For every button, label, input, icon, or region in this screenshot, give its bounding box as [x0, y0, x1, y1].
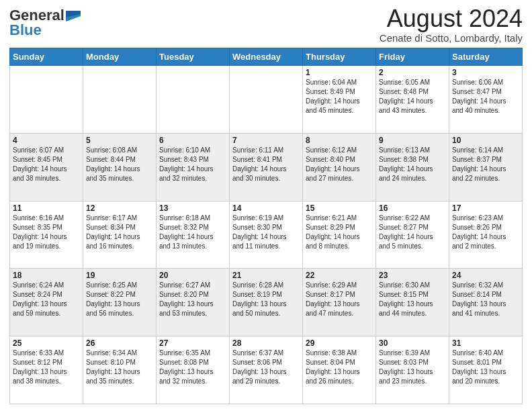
calendar-cell: 28Sunrise: 6:37 AM Sunset: 8:06 PM Dayli… [230, 336, 303, 404]
day-info: Sunrise: 6:37 AM Sunset: 8:06 PM Dayligh… [232, 349, 300, 386]
day-info: Sunrise: 6:29 AM Sunset: 8:17 PM Dayligh… [306, 281, 373, 318]
calendar-cell [10, 66, 83, 134]
day-number: 11 [13, 203, 80, 213]
day-number: 6 [159, 136, 226, 145]
day-info: Sunrise: 6:40 AM Sunset: 8:01 PM Dayligh… [452, 349, 519, 386]
calendar-cell: 14Sunrise: 6:19 AM Sunset: 8:30 PM Dayli… [230, 201, 303, 269]
day-info: Sunrise: 6:24 AM Sunset: 8:24 PM Dayligh… [13, 281, 80, 318]
logo-flag-icon [66, 11, 81, 21]
day-number: 7 [232, 136, 300, 145]
day-number: 8 [306, 136, 373, 145]
calendar-cell: 30Sunrise: 6:39 AM Sunset: 8:03 PM Dayli… [376, 336, 449, 404]
calendar-cell: 11Sunrise: 6:16 AM Sunset: 8:35 PM Dayli… [10, 201, 83, 269]
day-number: 22 [306, 271, 373, 280]
day-info: Sunrise: 6:21 AM Sunset: 8:29 PM Dayligh… [306, 214, 373, 251]
calendar-cell [230, 66, 303, 134]
day-info: Sunrise: 6:27 AM Sunset: 8:20 PM Dayligh… [159, 281, 226, 318]
day-number: 5 [86, 136, 153, 145]
calendar-cell: 5Sunrise: 6:08 AM Sunset: 8:44 PM Daylig… [83, 133, 157, 201]
day-info: Sunrise: 6:04 AM Sunset: 8:49 PM Dayligh… [306, 78, 373, 116]
calendar-cell: 20Sunrise: 6:27 AM Sunset: 8:20 PM Dayli… [157, 269, 230, 336]
day-number: 13 [159, 203, 226, 213]
calendar-cell: 4Sunrise: 6:07 AM Sunset: 8:45 PM Daylig… [10, 133, 83, 201]
location: Cenate di Sotto, Lombardy, Italy [380, 32, 523, 44]
calendar-cell: 2Sunrise: 6:05 AM Sunset: 8:48 PM Daylig… [376, 66, 449, 134]
col-tuesday: Tuesday [157, 48, 230, 66]
calendar-cell: 29Sunrise: 6:38 AM Sunset: 8:04 PM Dayli… [303, 336, 376, 404]
day-number: 16 [379, 203, 446, 213]
calendar-cell: 31Sunrise: 6:40 AM Sunset: 8:01 PM Dayli… [449, 336, 523, 404]
calendar-cell: 13Sunrise: 6:18 AM Sunset: 8:32 PM Dayli… [157, 201, 230, 269]
day-number: 9 [379, 136, 446, 145]
calendar-cell: 18Sunrise: 6:24 AM Sunset: 8:24 PM Dayli… [10, 269, 83, 336]
calendar-cell: 22Sunrise: 6:29 AM Sunset: 8:17 PM Dayli… [303, 269, 376, 336]
calendar-cell: 25Sunrise: 6:33 AM Sunset: 8:12 PM Dayli… [10, 336, 83, 404]
day-number: 20 [159, 271, 226, 280]
calendar-week-5: 25Sunrise: 6:33 AM Sunset: 8:12 PM Dayli… [10, 336, 523, 404]
calendar-week-4: 18Sunrise: 6:24 AM Sunset: 8:24 PM Dayli… [10, 269, 523, 336]
day-number: 12 [86, 203, 153, 213]
day-number: 26 [86, 338, 153, 348]
title-area: August 2024 Cenate di Sotto, Lombardy, I… [380, 7, 523, 44]
day-info: Sunrise: 6:17 AM Sunset: 8:34 PM Dayligh… [86, 214, 153, 251]
day-number: 4 [13, 136, 80, 145]
calendar-cell: 10Sunrise: 6:14 AM Sunset: 8:37 PM Dayli… [449, 133, 523, 201]
day-info: Sunrise: 6:32 AM Sunset: 8:14 PM Dayligh… [452, 281, 519, 318]
day-number: 15 [306, 203, 373, 213]
calendar-cell: 12Sunrise: 6:17 AM Sunset: 8:34 PM Dayli… [83, 201, 157, 269]
month-title: August 2024 [380, 7, 523, 31]
calendar-cell: 9Sunrise: 6:13 AM Sunset: 8:38 PM Daylig… [376, 133, 449, 201]
day-info: Sunrise: 6:25 AM Sunset: 8:22 PM Dayligh… [86, 281, 153, 318]
calendar-table: Sunday Monday Tuesday Wednesday Thursday… [9, 48, 523, 404]
calendar-cell: 27Sunrise: 6:35 AM Sunset: 8:08 PM Dayli… [157, 336, 230, 404]
col-wednesday: Wednesday [230, 48, 303, 66]
calendar-cell: 1Sunrise: 6:04 AM Sunset: 8:49 PM Daylig… [303, 66, 376, 134]
day-info: Sunrise: 6:05 AM Sunset: 8:48 PM Dayligh… [379, 78, 446, 116]
day-info: Sunrise: 6:06 AM Sunset: 8:47 PM Dayligh… [452, 78, 519, 116]
day-number: 27 [159, 338, 226, 348]
day-number: 18 [13, 271, 80, 280]
day-info: Sunrise: 6:11 AM Sunset: 8:41 PM Dayligh… [232, 146, 300, 183]
calendar-cell: 21Sunrise: 6:28 AM Sunset: 8:19 PM Dayli… [230, 269, 303, 336]
col-saturday: Saturday [449, 48, 523, 66]
calendar-week-3: 11Sunrise: 6:16 AM Sunset: 8:35 PM Dayli… [10, 201, 523, 269]
calendar-cell: 23Sunrise: 6:30 AM Sunset: 8:15 PM Dayli… [376, 269, 449, 336]
col-monday: Monday [83, 48, 157, 66]
calendar-cell: 3Sunrise: 6:06 AM Sunset: 8:47 PM Daylig… [449, 66, 523, 134]
col-thursday: Thursday [303, 48, 376, 66]
calendar-cell: 26Sunrise: 6:34 AM Sunset: 8:10 PM Dayli… [83, 336, 157, 404]
col-friday: Friday [376, 48, 449, 66]
day-number: 25 [13, 338, 80, 348]
day-number: 31 [452, 338, 519, 348]
header: General Blue August 2024 Cenate di Sotto… [9, 7, 523, 44]
day-info: Sunrise: 6:12 AM Sunset: 8:40 PM Dayligh… [306, 146, 373, 183]
calendar-cell: 17Sunrise: 6:23 AM Sunset: 8:26 PM Dayli… [449, 201, 523, 269]
day-number: 29 [306, 338, 373, 348]
day-info: Sunrise: 6:34 AM Sunset: 8:10 PM Dayligh… [86, 349, 153, 386]
day-info: Sunrise: 6:22 AM Sunset: 8:27 PM Dayligh… [379, 214, 446, 251]
day-info: Sunrise: 6:38 AM Sunset: 8:04 PM Dayligh… [306, 349, 373, 386]
col-sunday: Sunday [10, 48, 83, 66]
day-info: Sunrise: 6:10 AM Sunset: 8:43 PM Dayligh… [159, 146, 226, 183]
calendar-cell: 8Sunrise: 6:12 AM Sunset: 8:40 PM Daylig… [303, 133, 376, 201]
day-number: 2 [379, 68, 446, 77]
day-info: Sunrise: 6:13 AM Sunset: 8:38 PM Dayligh… [379, 146, 446, 183]
page: General Blue August 2024 Cenate di Sotto… [0, 0, 532, 411]
calendar-header-row: Sunday Monday Tuesday Wednesday Thursday… [10, 48, 523, 66]
day-info: Sunrise: 6:33 AM Sunset: 8:12 PM Dayligh… [13, 349, 80, 386]
day-number: 28 [232, 338, 300, 348]
calendar-week-2: 4Sunrise: 6:07 AM Sunset: 8:45 PM Daylig… [10, 133, 523, 201]
day-number: 17 [452, 203, 519, 213]
calendar-cell: 24Sunrise: 6:32 AM Sunset: 8:14 PM Dayli… [449, 269, 523, 336]
day-number: 10 [452, 136, 519, 145]
day-number: 30 [379, 338, 446, 348]
calendar-cell: 16Sunrise: 6:22 AM Sunset: 8:27 PM Dayli… [376, 201, 449, 269]
day-info: Sunrise: 6:23 AM Sunset: 8:26 PM Dayligh… [452, 214, 519, 251]
day-info: Sunrise: 6:28 AM Sunset: 8:19 PM Dayligh… [232, 281, 300, 318]
calendar-cell [157, 66, 230, 134]
logo: General Blue [9, 7, 81, 39]
calendar-week-1: 1Sunrise: 6:04 AM Sunset: 8:49 PM Daylig… [10, 66, 523, 134]
day-number: 1 [306, 68, 373, 77]
calendar-cell: 6Sunrise: 6:10 AM Sunset: 8:43 PM Daylig… [157, 133, 230, 201]
day-info: Sunrise: 6:08 AM Sunset: 8:44 PM Dayligh… [86, 146, 153, 183]
